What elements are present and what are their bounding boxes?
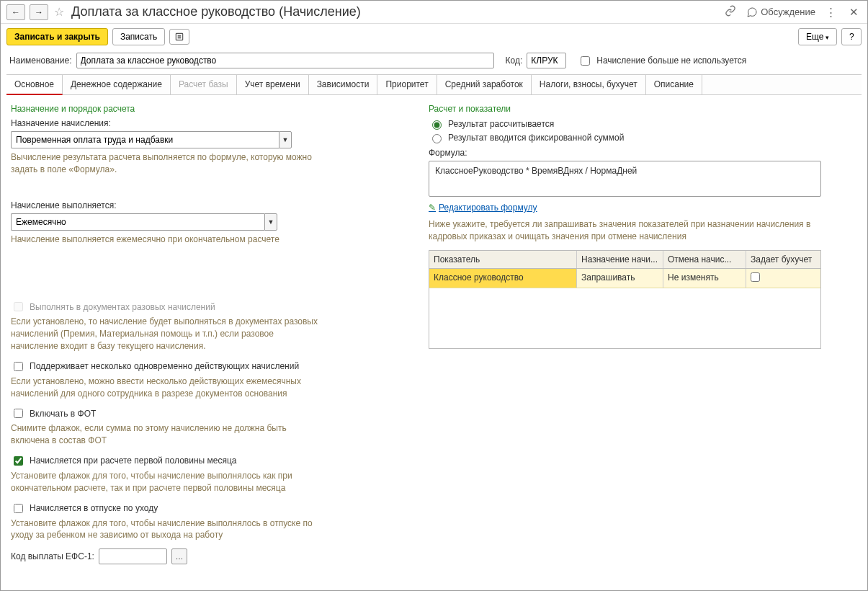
chk-multi-label: Поддерживает несколько одновременно дейс… — [30, 361, 299, 371]
code-input[interactable] — [527, 53, 566, 68]
radio-calculated-label: Результат рассчитывается — [448, 119, 554, 129]
radio-calculated[interactable] — [432, 120, 442, 130]
th-assign[interactable]: Назначение начи... — [577, 251, 663, 268]
code-label: Код: — [506, 55, 523, 66]
save-and-close-button[interactable]: Записать и закрыть — [6, 28, 108, 45]
th-indicator[interactable]: Показатель — [429, 251, 577, 268]
edit-formula-link[interactable]: ✎ Редактировать формулу — [429, 203, 537, 213]
chk-half[interactable] — [14, 456, 23, 466]
back-button[interactable]: ← — [6, 4, 25, 20]
purpose-label: Назначение начисления: — [11, 118, 400, 128]
chk-fot-label: Включать в ФОТ — [30, 409, 96, 419]
efs-input[interactable] — [99, 548, 167, 564]
tab-desc[interactable]: Описание — [646, 75, 702, 94]
link-icon[interactable] — [722, 4, 739, 20]
purpose-hint: Вычисление результата расчета выполняетс… — [11, 151, 321, 176]
help-button[interactable]: ? — [841, 28, 862, 45]
discuss-label: Обсуждение — [761, 6, 815, 17]
edit-formula-label: Редактировать формулу — [439, 203, 537, 213]
indicators-table: Показатель Назначение начи... Отмена нач… — [429, 250, 821, 349]
more-button[interactable]: Еще — [798, 28, 837, 45]
perform-combo[interactable] — [11, 213, 264, 231]
chk-multi-hint: Если установлено, можно ввести несколько… — [11, 376, 321, 400]
purpose-combo-drop[interactable]: ▼ — [279, 131, 292, 148]
perform-label: Начисление выполняется: — [11, 200, 400, 210]
radio-fixed[interactable] — [432, 134, 442, 143]
name-label: Наименование: — [9, 55, 72, 66]
purpose-combo[interactable] — [11, 131, 279, 148]
favorite-icon[interactable]: ☆ — [53, 5, 66, 19]
chk-leave-label: Начисляется в отпуске по уходу — [30, 503, 158, 513]
chk-multi[interactable] — [14, 362, 23, 371]
discuss-button[interactable]: Обсуждение — [746, 6, 815, 18]
save-button[interactable]: Записать — [112, 28, 165, 45]
tab-tax[interactable]: Налоги, взносы, бухучет — [532, 75, 646, 94]
tab-money[interactable]: Денежное содержание — [63, 75, 171, 94]
section-calc-title: Расчет и показатели — [429, 104, 832, 114]
tab-time[interactable]: Учет времени — [237, 75, 309, 94]
cell-cancel: Не изменять — [663, 269, 746, 288]
cell-acct[interactable] — [746, 269, 820, 288]
perform-combo-drop[interactable]: ▼ — [264, 213, 277, 231]
tab-avg[interactable]: Средний заработок — [437, 75, 532, 94]
name-input[interactable] — [76, 53, 494, 68]
pencil-icon: ✎ — [429, 203, 436, 213]
th-cancel[interactable]: Отмена начис... — [663, 251, 746, 268]
chk-leave[interactable] — [14, 504, 23, 513]
table-hint: Ниже укажите, требуется ли запрашивать з… — [429, 218, 821, 243]
chk-once-hint: Если установлено, то начисление будет вы… — [11, 316, 321, 352]
chk-once-label: Выполнять в документах разовых начислени… — [30, 302, 215, 312]
close-icon[interactable]: ✕ — [846, 4, 862, 20]
menu-dots-icon[interactable]: ⋮ — [823, 4, 839, 20]
tab-main[interactable]: Основное — [6, 75, 63, 95]
chk-leave-hint: Установите флажок для того, чтобы начисл… — [11, 517, 321, 542]
tab-deps[interactable]: Зависимости — [309, 75, 378, 94]
chk-half-label: Начисляется при расчете первой половины … — [30, 456, 236, 466]
perform-hint: Начисление выполняется ежемесячно при ок… — [11, 234, 321, 246]
efs-label: Код выплаты ЕФС-1: — [11, 551, 94, 561]
not-used-label: Начисление больше не используется — [596, 55, 746, 66]
forward-button[interactable]: → — [30, 4, 48, 20]
table-row[interactable]: Классное руководство Запрашивать Не изме… — [429, 269, 820, 288]
list-button[interactable] — [169, 29, 189, 45]
window-title: Доплата за классное руководство (Начисле… — [71, 4, 361, 19]
cell-assign: Запрашивать — [577, 269, 663, 288]
chk-once — [14, 302, 23, 311]
efs-pick-button[interactable]: … — [171, 548, 187, 564]
chk-fot-hint: Снимите флажок, если сумма по этому начи… — [11, 422, 321, 447]
cell-acct-checkbox[interactable] — [751, 272, 760, 282]
tab-base[interactable]: Расчет базы — [171, 75, 237, 94]
chk-half-hint: Установите флажок для того, чтобы начисл… — [11, 470, 321, 494]
th-acct[interactable]: Задает бухучет — [746, 251, 820, 268]
section-purpose-title: Назначение и порядок расчета — [11, 104, 400, 114]
radio-fixed-label: Результат вводится фиксированной суммой — [448, 133, 624, 143]
cell-indicator: Классное руководство — [429, 269, 577, 288]
not-used-checkbox[interactable] — [581, 56, 590, 66]
tab-priority[interactable]: Приоритет — [377, 75, 437, 94]
chk-fot[interactable] — [14, 409, 23, 418]
formula-label: Формула: — [429, 148, 832, 158]
formula-box: КлассноеРуководство * ВремяВДнях / Норма… — [429, 161, 821, 197]
